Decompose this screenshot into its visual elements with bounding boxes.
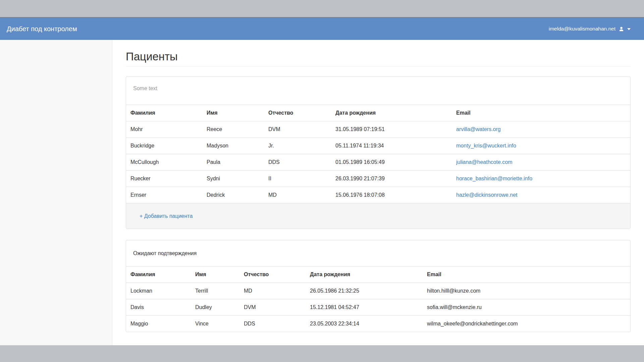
table-row: DavisDudleyDVM15.12.1981 04:52:47sofia.w… bbox=[126, 299, 630, 316]
cell-birth-date: 15.06.1976 18:07:08 bbox=[331, 187, 452, 203]
navbar-brand[interactable]: Диабет под контролем bbox=[7, 25, 77, 33]
cell-middle-name: Jr. bbox=[264, 138, 331, 154]
table-row: ErnserDedrickMD15.06.1976 18:07:08hazle@… bbox=[126, 187, 630, 203]
column-header-email: Email bbox=[423, 266, 630, 283]
patients-table: Фамилия Имя Отчество Дата рождения Email… bbox=[126, 105, 630, 203]
cell-birth-date: 23.05.2003 22:34:14 bbox=[306, 316, 423, 332]
sidebar bbox=[0, 40, 112, 345]
cell-first-name: Madyson bbox=[202, 138, 264, 154]
navbar: Диабет под контролем imelda@kuvalismonah… bbox=[0, 18, 644, 40]
cell-last-name: Maggio bbox=[126, 316, 191, 332]
cell-birth-date: 26.05.1986 21:32:25 bbox=[306, 283, 423, 299]
cell-email: hilton.hilll@kunze.com bbox=[423, 283, 630, 299]
column-header-birth-date: Дата рождения bbox=[306, 266, 423, 283]
cell-last-name: McCullough bbox=[126, 154, 202, 171]
user-email: imelda@kuvalismonahan.net bbox=[549, 26, 615, 32]
cell-last-name: Mohr bbox=[126, 121, 202, 138]
patient-email-link[interactable]: monty_kris@wuckert.info bbox=[456, 143, 516, 148]
cell-birth-date: 01.05.1989 16:05:49 bbox=[331, 154, 452, 171]
cell-first-name: Vince bbox=[191, 316, 239, 332]
desktop-top-strip bbox=[0, 0, 644, 18]
cell-birth-date: 05.11.1974 11:19:34 bbox=[331, 138, 452, 154]
patient-email-link[interactable]: juliana@heathcote.com bbox=[456, 159, 512, 165]
pending-panel: Ожидают подтверждения Фамилия Имя Отчест… bbox=[126, 240, 631, 332]
column-header-birth-date: Дата рождения bbox=[331, 105, 452, 121]
user-icon bbox=[619, 26, 624, 32]
cell-middle-name: DDS bbox=[239, 316, 306, 332]
cell-first-name: Reece bbox=[202, 121, 264, 138]
cell-last-name: Ruecker bbox=[126, 171, 202, 187]
pending-table-header-row: Фамилия Имя Отчество Дата рождения Email bbox=[126, 266, 630, 283]
cell-email: horace_bashirian@moriette.info bbox=[452, 171, 630, 187]
patient-email-link[interactable]: hazle@dickinsonrowe.net bbox=[456, 192, 518, 198]
column-header-first-name: Имя bbox=[202, 105, 264, 121]
cell-email: wilma_okeefe@ondrickahettinger.com bbox=[423, 316, 630, 332]
table-row: BuckridgeMadysonJr.05.11.1974 11:19:34mo… bbox=[126, 138, 630, 154]
patient-email-link[interactable]: arvilla@waters.org bbox=[456, 126, 501, 132]
cell-first-name: Paula bbox=[202, 154, 264, 171]
cell-first-name: Terrill bbox=[191, 283, 239, 299]
cell-email: arvilla@waters.org bbox=[452, 121, 630, 138]
cell-last-name: Lockman bbox=[126, 283, 191, 299]
table-row: RueckerSydniII26.03.1990 21:07:39horace_… bbox=[126, 171, 630, 187]
cell-email: hazle@dickinsonrowe.net bbox=[452, 187, 630, 203]
cell-last-name: Davis bbox=[126, 299, 191, 316]
cell-last-name: Ernser bbox=[126, 187, 202, 203]
patients-panel-body: Some text bbox=[126, 77, 630, 105]
cell-last-name: Buckridge bbox=[126, 138, 202, 154]
column-header-middle-name: Отчество bbox=[239, 266, 306, 283]
table-row: MaggioVinceDDS23.05.2003 22:34:14wilma_o… bbox=[126, 316, 630, 332]
cell-first-name: Dudley bbox=[191, 299, 239, 316]
cell-email: sofia.will@mckenzie.ru bbox=[423, 299, 630, 316]
cell-first-name: Sydni bbox=[202, 171, 264, 187]
cell-middle-name: DVM bbox=[264, 121, 331, 138]
column-header-first-name: Имя bbox=[191, 266, 239, 283]
caret-down-icon bbox=[627, 28, 631, 30]
patient-email-link[interactable]: horace_bashirian@moriette.info bbox=[456, 176, 532, 181]
column-header-last-name: Фамилия bbox=[126, 105, 202, 121]
table-row: LockmanTerrillMD26.05.1986 21:32:25hilto… bbox=[126, 283, 630, 299]
cell-middle-name: DVM bbox=[239, 299, 306, 316]
page-title-divider bbox=[126, 66, 631, 67]
cell-birth-date: 26.03.1990 21:07:39 bbox=[331, 171, 452, 187]
main-content: Пациенты Some text Фамилия Имя Отчество … bbox=[112, 40, 644, 345]
cell-first-name: Dedrick bbox=[202, 187, 264, 203]
page-title: Пациенты bbox=[126, 51, 631, 63]
user-menu[interactable]: imelda@kuvalismonahan.net bbox=[549, 26, 631, 32]
cell-middle-name: II bbox=[264, 171, 331, 187]
column-header-email: Email bbox=[452, 105, 630, 121]
desktop-bottom-strip bbox=[0, 345, 644, 362]
cell-birth-date: 15.12.1981 04:52:47 bbox=[306, 299, 423, 316]
column-header-last-name: Фамилия bbox=[126, 266, 191, 283]
table-row: MohrReeceDVM31.05.1989 07:19:51arvilla@w… bbox=[126, 121, 630, 138]
column-header-middle-name: Отчество bbox=[264, 105, 331, 121]
pending-panel-title: Ожидают подтверждения bbox=[126, 240, 630, 266]
cell-middle-name: MD bbox=[239, 283, 306, 299]
cell-middle-name: MD bbox=[264, 187, 331, 203]
patients-table-header-row: Фамилия Имя Отчество Дата рождения Email bbox=[126, 105, 630, 121]
patients-panel: Some text Фамилия Имя Отчество Дата рожд… bbox=[126, 76, 631, 229]
cell-email: monty_kris@wuckert.info bbox=[452, 138, 630, 154]
table-row: McCulloughPaulaDDS01.05.1989 16:05:49jul… bbox=[126, 154, 630, 171]
cell-middle-name: DDS bbox=[264, 154, 331, 171]
cell-birth-date: 31.05.1989 07:19:51 bbox=[331, 121, 452, 138]
add-patient-link[interactable]: + Добавить пациента bbox=[140, 213, 193, 219]
patients-panel-footer: + Добавить пациента bbox=[126, 203, 630, 229]
panel-placeholder-text: Some text bbox=[133, 85, 157, 91]
pending-table: Фамилия Имя Отчество Дата рождения Email… bbox=[126, 266, 630, 332]
cell-email: juliana@heathcote.com bbox=[452, 154, 630, 171]
